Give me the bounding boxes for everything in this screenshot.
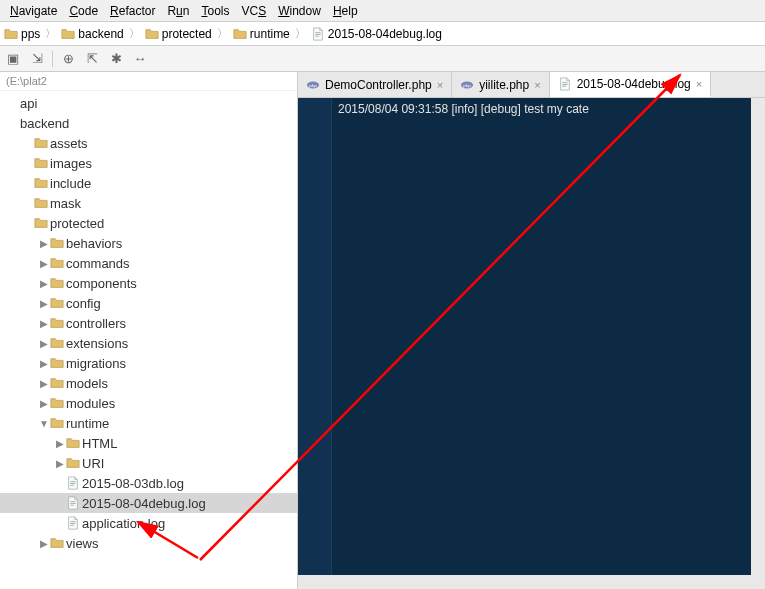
menu-bar: NavigateCodeRefactorRunToolsVCSWindowHel… [0,0,765,22]
folder-icon [50,356,64,370]
menu-window[interactable]: Window [272,2,327,20]
svg-rect-5 [70,485,74,486]
expand-button[interactable]: ⇱ [83,50,101,68]
editor-tab[interactable]: phpyiilite.php× [452,72,549,97]
tree-folder[interactable]: backend [0,113,297,133]
settings-button[interactable]: ✱ [107,50,125,68]
chevron-right-icon: ▶ [38,318,50,329]
tree-folder[interactable]: ▶extensions [0,333,297,353]
close-icon[interactable]: × [437,79,443,91]
tree-folder[interactable]: ▶views [0,533,297,553]
tree-file[interactable]: application.log [0,513,297,533]
folder-icon [50,316,64,330]
tree-folder[interactable]: include [0,173,297,193]
menu-refactor[interactable]: Refactor [104,2,161,20]
tree-folder[interactable]: mask [0,193,297,213]
toolbar-separator [52,51,53,67]
folder-icon [4,27,18,41]
tree-label: controllers [64,316,126,331]
tree-folder[interactable]: ▶config [0,293,297,313]
locate-button[interactable]: ⊕ [59,50,77,68]
tree-label: 2015-08-03db.log [80,476,184,491]
php-icon: php [460,78,474,92]
tree-folder[interactable]: ▶migrations [0,353,297,373]
horizontal-scrollbar[interactable] [298,575,751,589]
tree-label: runtime [64,416,109,431]
folder-icon [50,296,64,310]
chevron-right-icon: ▶ [38,358,50,369]
menu-run[interactable]: Run [161,2,195,20]
breadcrumb-segment[interactable]: backend [59,27,125,41]
breadcrumb-segment[interactable]: 2015-08-04debug.log [309,27,444,41]
folder-icon [50,236,64,250]
project-root-label: (E:\plat2 [0,72,297,91]
close-icon[interactable]: × [696,78,702,90]
close-icon[interactable]: × [534,79,540,91]
tree-label: assets [48,136,88,151]
editor-gutter [298,98,332,589]
chevron-right-icon: ▶ [38,298,50,309]
tree-folder[interactable]: assets [0,133,297,153]
editor-tab[interactable]: 2015-08-04debug.log× [550,72,712,97]
folder-icon [34,156,48,170]
breadcrumb-label: pps [21,27,40,41]
tree-file[interactable]: 2015-08-03db.log [0,473,297,493]
svg-rect-17 [562,84,567,85]
menu-help[interactable]: Help [327,2,364,20]
svg-rect-18 [562,85,566,86]
tree-label: images [48,156,92,171]
tree-folder[interactable]: ▶components [0,273,297,293]
tree-folder[interactable]: ▶modules [0,393,297,413]
chevron-right-icon: ▶ [38,378,50,389]
main-split: (E:\plat2 apibackendassetsimagesincludem… [0,72,765,589]
tree-folder[interactable]: api [0,93,297,113]
breadcrumb-segment[interactable]: protected [143,27,214,41]
breadcrumb-label: protected [162,27,212,41]
folder-icon [233,27,247,41]
editor[interactable]: 2015/08/04 09:31:58 [info] [debug] test … [298,98,765,589]
folder-icon [34,176,48,190]
tree-label: migrations [64,356,126,371]
project-tree[interactable]: apibackendassetsimagesincludemaskprotect… [0,91,297,553]
tree-label: behaviors [64,236,122,251]
collapse-button[interactable]: ▣ [4,50,22,68]
chevron-right-icon: ▶ [38,338,50,349]
chevron-right-icon: 〉 [292,26,309,41]
tree-folder[interactable]: ▶commands [0,253,297,273]
tree-folder[interactable]: ▶URI [0,453,297,473]
tree-folder[interactable]: ▶behaviors [0,233,297,253]
menu-tools[interactable]: Tools [195,2,235,20]
tree-label: application.log [80,516,165,531]
tree-label: commands [64,256,130,271]
breadcrumb-segment[interactable]: pps [2,27,42,41]
tree-folder[interactable]: ▶HTML [0,433,297,453]
folder-icon [50,376,64,390]
folder-icon [50,256,64,270]
collapse-all-button[interactable]: ⇲ [28,50,46,68]
tree-folder[interactable]: ▼runtime [0,413,297,433]
vertical-scrollbar[interactable] [751,98,765,589]
breadcrumb: pps〉backend〉protected〉runtime〉2015-08-04… [0,22,765,46]
folder-icon [34,136,48,150]
folder-icon [61,27,75,41]
php-icon: php [306,78,320,92]
hide-button[interactable]: ↔ [131,50,149,68]
menu-code[interactable]: Code [63,2,104,20]
tree-label: protected [48,216,104,231]
tree-folder[interactable]: ▶controllers [0,313,297,333]
chevron-right-icon: ▶ [38,398,50,409]
menu-vcs[interactable]: VCS [236,2,273,20]
tree-label: api [18,96,37,111]
breadcrumb-segment[interactable]: runtime [231,27,292,41]
editor-tab[interactable]: phpDemoController.php× [298,72,452,97]
folder-icon [50,536,64,550]
svg-rect-4 [70,483,75,484]
tree-folder[interactable]: images [0,153,297,173]
tab-label: yiilite.php [479,78,529,92]
chevron-right-icon: ▶ [54,438,66,449]
menu-navigate[interactable]: Navigate [4,2,63,20]
tree-folder[interactable]: ▶models [0,373,297,393]
tree-file[interactable]: 2015-08-04debug.log [0,493,297,513]
svg-rect-9 [70,521,75,522]
tree-folder[interactable]: protected [0,213,297,233]
